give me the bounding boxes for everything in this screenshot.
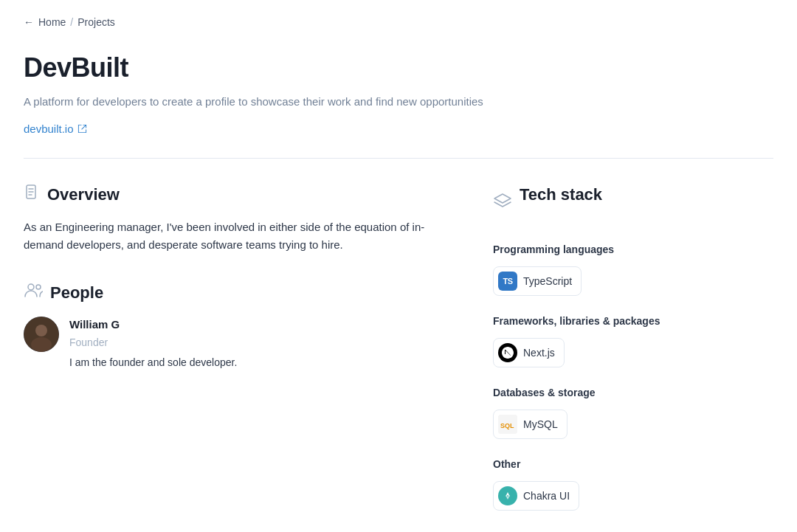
layers-icon — [493, 193, 512, 214]
breadcrumb-home-link[interactable]: Home — [38, 15, 66, 30]
tech-badges-frameworks: Next.js — [493, 338, 773, 367]
svg-marker-9 — [494, 194, 511, 203]
tech-category-databases: Databases & storage SQL MySQL — [493, 385, 773, 439]
mysql-icon: SQL — [498, 415, 517, 434]
tech-category-other: Other Chakra UI — [493, 457, 773, 511]
tech-badge-nextjs: Next.js — [493, 338, 565, 367]
tech-badge-typescript: TS TypeScript — [493, 266, 582, 296]
avatar — [24, 317, 59, 352]
right-column: Tech stack Programming languages TS Type… — [493, 182, 773, 528]
external-link-icon — [77, 124, 87, 134]
overview-title: Overview — [47, 182, 120, 207]
svg-point-7 — [35, 325, 47, 336]
nextjs-label: Next.js — [523, 345, 555, 361]
tech-category-databases-label: Databases & storage — [493, 385, 773, 401]
tech-badges-databases: SQL MySQL — [493, 410, 773, 439]
person-role: Founder — [69, 335, 237, 350]
overview-text: As an Engineering manager, I've been inv… — [24, 218, 458, 254]
tech-badge-mysql: SQL MySQL — [493, 410, 567, 439]
tech-stack-header: Tech stack — [493, 182, 773, 224]
tech-stack-title: Tech stack — [520, 182, 602, 207]
main-grid: Overview As an Engineering manager, I've… — [24, 182, 773, 528]
tech-category-frameworks: Frameworks, libraries & packages Next.js — [493, 314, 773, 367]
page-container: ← Home / Projects DevBuilt A platform fo… — [0, 0, 797, 532]
svg-point-4 — [28, 284, 34, 290]
person-card: William G Founder I am the founder and s… — [24, 317, 458, 370]
person-bio: I am the founder and sole developer. — [69, 355, 237, 370]
people-title: People — [50, 280, 103, 305]
svg-point-8 — [31, 337, 52, 352]
tech-badge-chakra: Chakra UI — [493, 481, 579, 511]
person-name: William G — [69, 317, 237, 334]
project-description: A platform for developers to create a pr… — [24, 94, 688, 111]
document-icon — [24, 184, 40, 205]
tech-category-languages-label: Programming languages — [493, 242, 773, 258]
project-url-text: devbuilt.io — [24, 121, 74, 138]
mysql-label: MySQL — [523, 417, 558, 432]
tech-category-other-label: Other — [493, 457, 773, 472]
people-section: People William G Founder I a — [24, 280, 458, 370]
person-info: William G Founder I am the founder and s… — [69, 317, 237, 370]
tech-category-frameworks-label: Frameworks, libraries & packages — [493, 314, 773, 329]
typescript-label: TypeScript — [523, 274, 572, 289]
people-icon — [24, 282, 43, 303]
project-url-link[interactable]: devbuilt.io — [24, 121, 87, 138]
breadcrumb-separator: / — [70, 15, 73, 30]
breadcrumb-current: Projects — [77, 15, 115, 30]
tech-badges-other: Chakra UI — [493, 481, 773, 511]
people-header: People — [24, 280, 458, 305]
tech-category-languages: Programming languages TS TypeScript — [493, 242, 773, 296]
project-title: DevBuilt — [24, 48, 773, 88]
tech-badges-languages: TS TypeScript — [493, 266, 773, 296]
nextjs-icon — [498, 343, 517, 362]
chakra-ui-icon — [498, 486, 517, 505]
svg-point-5 — [36, 285, 41, 289]
typescript-icon: TS — [498, 272, 517, 291]
svg-point-12 — [502, 490, 514, 502]
chakra-label: Chakra UI — [523, 488, 570, 504]
overview-header: Overview — [24, 182, 458, 207]
breadcrumb: ← Home / Projects — [24, 15, 773, 30]
back-arrow-icon: ← — [24, 15, 34, 30]
overview-section: Overview As an Engineering manager, I've… — [24, 182, 458, 254]
svg-text:SQL: SQL — [500, 422, 514, 429]
section-divider — [24, 158, 773, 159]
left-column: Overview As an Engineering manager, I've… — [24, 182, 458, 370]
